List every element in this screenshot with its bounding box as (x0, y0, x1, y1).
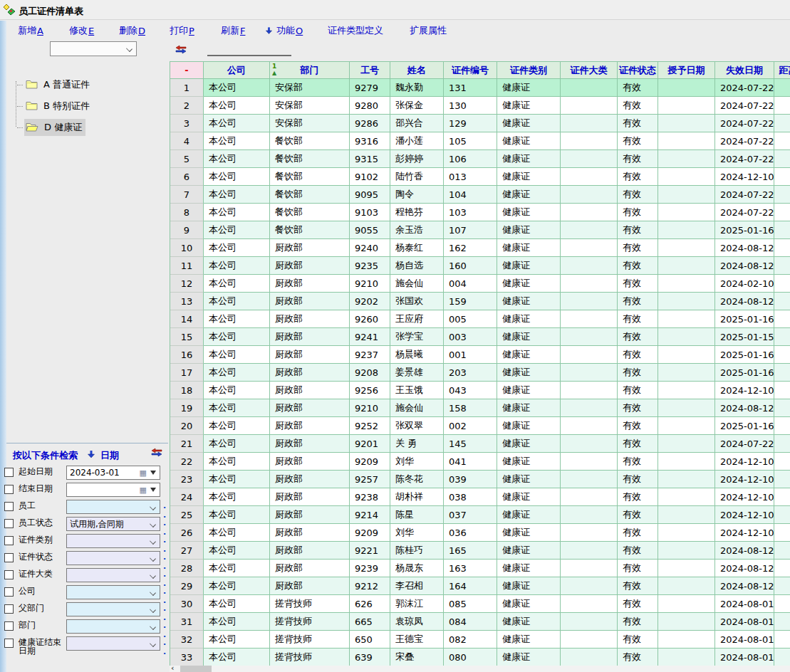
tree-item-a[interactable]: A 普通证件 (17, 77, 93, 93)
table-row[interactable]: 33本公司搓背技师639宋叠080健康证有效2024-08-01 (170, 649, 790, 666)
table-row[interactable]: 13本公司厨政部9202张国欢159健康证有效2024-08-12 (170, 293, 790, 310)
cell-company: 本公司 (204, 595, 270, 613)
table-row[interactable]: 25本公司厨政部9214陈星037健康证有效2024-12-10 (170, 506, 790, 524)
tree-item-b[interactable]: B 特别证件 (17, 98, 93, 114)
filter-checkbox[interactable] (4, 468, 14, 477)
cell-dept: 厨政部 (270, 293, 350, 310)
menu-item-7[interactable]: 证件类型定义 (328, 24, 383, 37)
column-header-grant[interactable]: 授予日期 (658, 62, 715, 79)
select-field[interactable] (66, 585, 160, 599)
filter-checkbox[interactable] (4, 536, 14, 545)
filter-checkbox[interactable] (4, 553, 14, 562)
filter-checkbox[interactable] (4, 604, 14, 614)
table-row[interactable]: 18本公司厨政部9256王玉饿043健康证有效2024-12-10 (170, 382, 790, 399)
cell-name: 张双翠 (390, 417, 444, 435)
date-field[interactable]: ▦ (66, 483, 160, 497)
cell-value: 129 (449, 118, 467, 129)
column-header-company[interactable]: 公司 (204, 62, 270, 79)
table-row[interactable]: 23本公司厨政部9257陈冬花039健康证有效2024-12-10 (170, 471, 790, 488)
tree-item-d[interactable]: D 健康证 (17, 120, 85, 135)
table-row[interactable]: 16本公司厨政部9237杨晨曦001健康证有效2025-01-16 (170, 346, 790, 364)
select-field[interactable] (66, 636, 160, 651)
filter-sort-field[interactable]: 日期 (100, 449, 119, 462)
select-field[interactable]: 试用期,合同期 (66, 517, 160, 531)
column-header-cert[interactable]: 证件编号 (444, 62, 497, 79)
menu-item-4[interactable]: 打印P (170, 24, 194, 37)
column-header-status[interactable]: 证件状态 (618, 62, 658, 79)
table-row[interactable]: 21本公司厨政部9201关 勇145健康证有效2024-07-22 (170, 435, 790, 453)
table-row[interactable]: 2本公司安保部9280张保金130健康证有效2024-07-22 (170, 97, 790, 115)
table-row[interactable]: 8本公司餐饮部9103程艳芬103健康证有效2024-07-22 (170, 204, 790, 221)
cell-value: 厨政部 (275, 455, 303, 468)
table-row[interactable]: 20本公司厨政部9252张双翠002健康证有效2025-01-16 (170, 417, 790, 435)
scrollbar-thumb[interactable] (180, 666, 212, 672)
column-header-dist[interactable]: 距离 (774, 62, 790, 79)
cell-value: 9260 (355, 314, 378, 325)
column-header-expire[interactable]: 失效日期 (715, 62, 774, 79)
table-row[interactable]: 15本公司厨政部9241张学宝003健康证有效2025-01-15 (170, 328, 790, 346)
filter-checkbox[interactable] (4, 587, 14, 597)
table-row[interactable]: 29本公司厨政部9212李召相164健康证有效2024-08-12 (170, 577, 790, 595)
table-row[interactable]: 6本公司餐饮部9102陆竹香013健康证有效2024-12-10 (170, 168, 790, 186)
filter-checkbox[interactable] (4, 502, 14, 511)
table-row[interactable]: 26本公司厨政部9209刘华036健康证有效2024-12-10 (170, 524, 790, 542)
table-row[interactable]: 22本公司厨政部9209刘华041健康证有效2024-12-10 (170, 453, 790, 471)
cell-value: 10 (181, 243, 193, 253)
menu-item-3[interactable]: 删除D (119, 24, 145, 37)
select-field[interactable] (66, 568, 160, 582)
filter-checkbox[interactable] (4, 639, 14, 648)
select-field[interactable] (66, 500, 160, 514)
menu-item-1[interactable]: 新增A (18, 24, 43, 37)
cell-grant (658, 488, 715, 506)
table-row[interactable]: 7本公司餐饮部9095陶令104健康证有效2024-07-22 (170, 186, 790, 204)
table-row[interactable]: 19本公司厨政部9210施会仙158健康证有效2024-08-12 (170, 399, 790, 417)
menu-item-2[interactable]: 修改E (69, 24, 94, 37)
table-row[interactable]: 32本公司搓背技师650王德宝082健康证有效2024-08-01 (170, 631, 790, 649)
select-field[interactable] (66, 534, 160, 548)
swap-columns-icon[interactable] (175, 44, 187, 54)
table-row[interactable]: 31本公司搓背技师665袁琼凤084健康证有效2024-08-01 (170, 613, 790, 631)
menu-item-6[interactable]: 功能O (265, 24, 303, 37)
column-header-n[interactable]: - (170, 62, 204, 79)
menu-item-8[interactable]: 扩展属性 (410, 24, 447, 37)
toolbar-combo[interactable] (50, 41, 137, 56)
table-row[interactable]: 3本公司安保部9286邵兴合129健康证有效2024-07-22 (170, 115, 790, 132)
table-row[interactable]: 12本公司厨政部9210施会仙004健康证有效2024-02-10 (170, 275, 790, 293)
select-field[interactable] (66, 602, 160, 616)
table-row[interactable]: 10本公司厨政部9240杨泰红162健康证有效2024-08-12 (170, 239, 790, 257)
column-header-dept[interactable]: 部门1▲ (270, 62, 350, 79)
table-row[interactable]: 5本公司餐饮部9315彭婷婷106健康证有效2024-07-22 (170, 150, 790, 168)
certificate-table: -公司部门1▲工号姓名证件编号证件类别证件大类证件状态授予日期失效日期距离 1本… (170, 61, 790, 666)
filter-checkbox[interactable] (4, 519, 14, 528)
column-header-label: - (184, 65, 188, 75)
filter-checkbox[interactable] (4, 485, 14, 494)
date-field[interactable]: 2024-03-01▦ (66, 466, 160, 480)
cell-value: 有效 (623, 241, 641, 254)
column-header-type[interactable]: 证件类别 (497, 62, 561, 79)
filter-checkbox[interactable] (4, 621, 14, 631)
more-options-button[interactable]: . . (163, 638, 168, 656)
table-row[interactable]: 27本公司厨政部9221陈桂巧165健康证有效2024-08-12 (170, 542, 790, 560)
table-row[interactable]: 14本公司厨政部9260王应府005健康证有效2025-01-16 (170, 310, 790, 328)
select-field[interactable] (66, 551, 160, 565)
horizontal-scrollbar[interactable]: ‹ (170, 666, 790, 672)
quick-search-input[interactable] (207, 44, 291, 56)
select-field[interactable] (66, 619, 160, 634)
table-row[interactable]: 11本公司厨政部9235杨自选160健康证有效2024-08-12 (170, 257, 790, 275)
table-row[interactable]: 28本公司厨政部9239杨晟东163健康证有效2024-08-12 (170, 560, 790, 577)
menu-item-5[interactable]: 刷新F (221, 24, 245, 37)
filter-checkbox[interactable] (4, 570, 14, 579)
table-row[interactable]: 24本公司厨政部9238胡朴祥038健康证有效2024-12-10 (170, 488, 790, 506)
column-header-name[interactable]: 姓名 (390, 62, 444, 79)
swap-columns-icon[interactable] (151, 447, 162, 457)
scroll-left-icon[interactable]: ‹ (171, 663, 175, 672)
menubar: 新增A修改E删除D打印P刷新F功能O证件类型定义扩展属性 (0, 21, 790, 39)
table-row[interactable]: 17本公司厨政部9208姜景雄203健康证有效2025-01-16 (170, 364, 790, 382)
column-header-emp[interactable]: 工号 (350, 62, 390, 79)
table-row[interactable]: 30本公司搓背技师626郭沫江085健康证有效2024-08-01 (170, 595, 790, 613)
table-row[interactable]: 9本公司餐饮部9055余玉浩107健康证有效2025-01-16 (170, 221, 790, 239)
table-row[interactable]: 4本公司餐饮部9316潘小莲105健康证有效2024-07-22 (170, 132, 790, 150)
cell-type: 健康证 (497, 310, 561, 328)
column-header-cls[interactable]: 证件大类 (561, 62, 618, 79)
table-row[interactable]: 1本公司安保部9279魏永勤131健康证有效2024-07-22 (170, 79, 790, 97)
